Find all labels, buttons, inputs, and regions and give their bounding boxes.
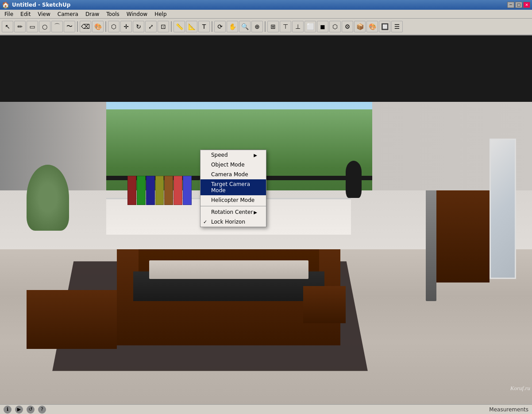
toolbar-btn-24[interactable]: ◼ [317,21,328,32]
statusbar-left: ℹ▶↺? [4,406,46,414]
help-icon[interactable]: ? [38,406,46,414]
ctx-item-helicopter-mode[interactable]: Helicopter Mode [200,195,266,205]
nightstand-left [27,290,117,349]
ctx-item-object-mode[interactable]: Object Mode [200,160,266,170]
toolbar-btn-21[interactable]: ⊤ [280,21,291,32]
toolbar-btn-14[interactable]: 📐 [186,21,197,32]
maximize-button[interactable]: □ [515,2,522,8]
toolbar-btn-1[interactable]: ✏ [14,21,26,32]
toolbar-btn-16[interactable]: ⟳ [214,21,226,32]
toolbar-btn-3[interactable]: ○ [39,21,50,32]
toolbar-btn-5[interactable]: 〜 [64,21,75,32]
mirror [490,139,516,279]
toolbar-separator-16 [212,21,212,32]
toolbar-separator-8 [105,21,106,32]
toolbar-btn-27[interactable]: 📦 [354,21,366,32]
toolbar-btn-0[interactable]: ↖ [2,21,13,32]
ctx-item-lock-horizon[interactable]: ✓Lock Horizon [200,217,266,227]
ctx-label-camera-mode: Camera Mode [211,171,248,178]
ctx-item-rotation-center[interactable]: Rotation Center▶ [200,207,266,217]
book-3 [155,176,164,205]
refresh-icon[interactable]: ↺ [27,406,35,414]
toolbar-btn-19[interactable]: ⊕ [251,21,263,32]
toolbar-btn-13[interactable]: 📏 [173,21,185,32]
ctx-label-lock-horizon: Lock Horizon [211,219,245,225]
ctx-item-speed[interactable]: Speed▶ [200,150,266,160]
toolbar-btn-28[interactable]: 🎨 [366,21,378,32]
menubar: FileEditViewCameraDrawToolsWindowHelp [0,10,532,19]
book-1 [137,176,146,205]
toolbar-separator-6 [77,21,78,32]
titlebar: 🏠 Untitled - SketchUp ─ □ ✕ [0,0,532,10]
toolbar-btn-30[interactable]: ☰ [391,21,403,32]
book-4 [164,176,173,205]
ctx-label-helicopter-mode: Helicopter Mode [211,197,254,203]
measurements-label: Measurements [489,406,528,413]
ctx-item-camera-mode[interactable]: Camera Mode [200,170,266,179]
toolbar-separator-13 [171,21,172,32]
nightstand-right [303,286,346,323]
menu-item-tools[interactable]: Tools [103,10,123,18]
toolbar-btn-26[interactable]: ⚙ [342,21,353,32]
toolbar-btn-6[interactable]: ⌫ [80,21,91,32]
menu-item-file[interactable]: File [1,10,17,18]
titlebar-icon: 🏠 [2,1,9,8]
floor-lamp [426,190,436,301]
watermark: Koruf.ru [510,385,530,392]
book-5 [173,176,182,205]
minimize-button[interactable]: ─ [507,2,514,8]
toolbar-btn-12[interactable]: ⊡ [158,21,169,32]
toolbar-btn-29[interactable]: 🔲 [379,21,390,32]
menu-item-camera[interactable]: Camera [54,10,82,18]
statusbar: ℹ▶↺? Measurements [0,404,532,414]
toolbar-btn-7[interactable]: 🎨 [92,21,104,32]
menu-item-edit[interactable]: Edit [17,10,34,18]
menu-item-window[interactable]: Window [123,10,151,18]
vase-decoration [346,161,362,197]
book-6 [183,176,192,205]
titlebar-title: Untitled - SketchUp [9,2,507,8]
play-icon[interactable]: ▶ [15,406,23,414]
titlebar-controls: ─ □ ✕ [507,2,530,8]
toolbar-btn-23[interactable]: ⬜ [305,21,316,32]
toolbar-btn-10[interactable]: ↻ [133,21,144,32]
close-button[interactable]: ✕ [523,2,530,8]
toolbar-btn-2[interactable]: ▭ [27,21,38,32]
viewport: Speed▶Object ModeCamera ModeTarget Camer… [0,35,532,404]
menu-item-help[interactable]: Help [151,10,170,18]
menu-item-view[interactable]: View [34,10,54,18]
toolbar: ↖✏▭○⌒〜⌫🎨⬡✛↻⤢⊡📏📐T⟳✋🔍⊕⊞⊤⊥⬜◼⬡⚙📦🎨🔲☰ [0,19,532,35]
ctx-label-object-mode: Object Mode [211,162,245,168]
ctx-separator [200,206,266,206]
bed-pillow [149,260,309,279]
toolbar-btn-9[interactable]: ✛ [120,21,132,32]
toolbar-btn-18[interactable]: 🔍 [239,21,251,32]
toolbar-btn-20[interactable]: ⊞ [267,21,279,32]
book-0 [127,176,136,205]
ctx-label-speed: Speed [211,152,228,158]
toolbar-btn-15[interactable]: T [198,21,210,32]
toolbar-separator-20 [265,21,266,32]
book-2 [146,176,155,205]
info-icon[interactable]: ℹ [4,406,12,414]
ctx-label-rotation-center: Rotation Center [211,209,253,215]
toolbar-btn-8[interactable]: ⬡ [108,21,120,32]
check-icon-lock-horizon: ✓ [203,219,207,225]
plant [27,165,69,231]
submenu-arrow-speed: ▶ [254,153,257,158]
toolbar-btn-22[interactable]: ⊥ [292,21,304,32]
toolbar-btn-17[interactable]: ✋ [227,21,238,32]
toolbar-btn-4[interactable]: ⌒ [51,21,63,32]
toolbar-btn-11[interactable]: ⤢ [145,21,157,32]
context-menu: Speed▶Object ModeCamera ModeTarget Camer… [200,150,266,227]
ctx-item-target-camera-mode[interactable]: Target Camera Mode [200,179,266,195]
menu-item-draw[interactable]: Draw [82,10,103,18]
books-shelf [127,176,191,205]
toolbar-btn-25[interactable]: ⬡ [329,21,341,32]
submenu-arrow-rotation-center: ▶ [254,210,257,215]
ctx-label-target-camera-mode: Target Camera Mode [211,181,257,193]
